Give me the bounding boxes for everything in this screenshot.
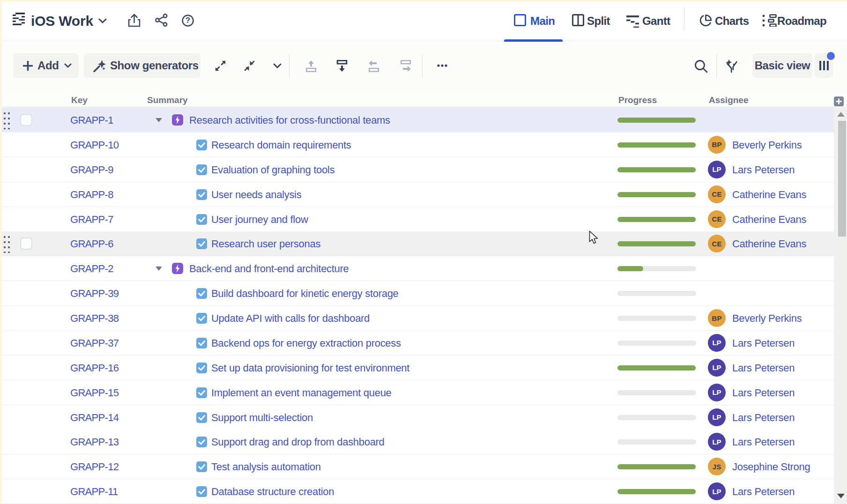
svg-text:?: ? — [186, 16, 190, 25]
